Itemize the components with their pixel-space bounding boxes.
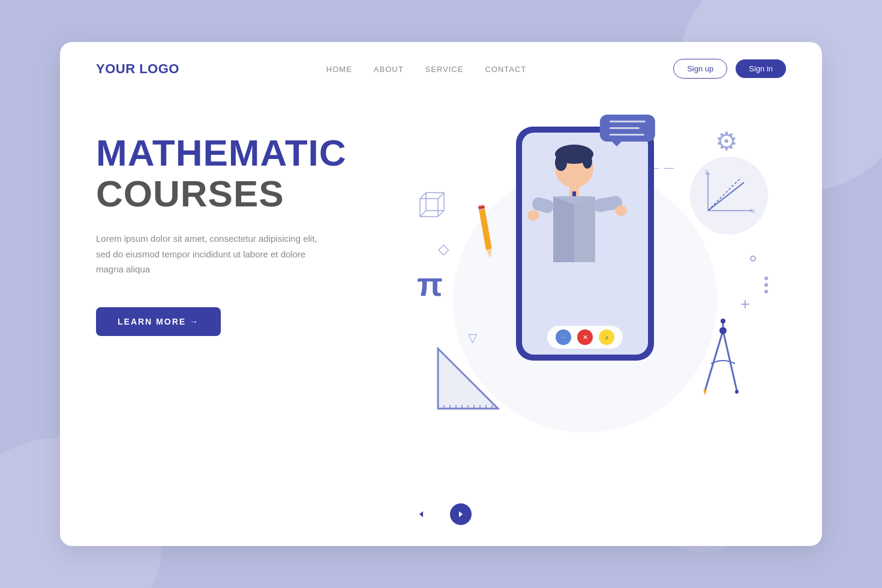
graph-circle: x y — [690, 157, 768, 235]
svg-point-53 — [721, 319, 725, 323]
signup-button[interactable]: Sign up — [673, 59, 727, 79]
svg-text:x: x — [752, 208, 755, 214]
gear-icon: ⚙ — [715, 127, 738, 156]
svg-line-19 — [420, 211, 426, 217]
svg-rect-30 — [572, 191, 576, 196]
hero-title-line2: COURSES — [96, 173, 384, 214]
nav-service[interactable]: SERVICE — [425, 65, 464, 74]
bubble-content — [609, 121, 645, 136]
logo: YOUR LOGO — [96, 61, 179, 77]
dot-2 — [764, 283, 768, 287]
plus-icon: + — [740, 295, 750, 314]
speech-bubble — [599, 115, 655, 142]
ruler-triangle-icon — [432, 343, 504, 457]
main-card: YOUR LOGO HOME ABOUT SERVICE CONTACT Sig… — [60, 42, 822, 546]
nav-actions: Sign up Sign in — [673, 59, 786, 79]
cube-icon — [414, 187, 450, 225]
slider-next-button[interactable] — [450, 503, 472, 525]
svg-marker-56 — [419, 511, 423, 517]
svg-line-6 — [708, 178, 741, 211]
dot-3 — [764, 290, 768, 293]
svg-line-18 — [438, 211, 444, 217]
teacher-svg — [520, 145, 628, 337]
main-content: MATHEMATIC COURSES Lorem ipsum dolor sit… — [60, 91, 822, 535]
signin-button[interactable]: Sign in — [736, 59, 786, 78]
nav-contact[interactable]: CONTACT — [485, 65, 526, 74]
svg-point-27 — [583, 154, 592, 169]
svg-point-37 — [615, 205, 627, 216]
svg-point-55 — [735, 390, 739, 394]
compass-icon — [696, 319, 750, 469]
hero-description: Lorem ipsum dolor sit amet, consectetur … — [96, 231, 324, 277]
prev-arrow-icon — [417, 510, 425, 518]
hero-left: MATHEMATIC COURSES Lorem ipsum dolor sit… — [96, 109, 384, 336]
nav-home[interactable]: HOME — [326, 65, 352, 74]
dots-decoration — [764, 277, 768, 293]
coordinate-graph: x y — [699, 166, 759, 226]
dot-1 — [764, 277, 768, 280]
compass-svg — [696, 319, 750, 397]
svg-point-35 — [527, 210, 539, 221]
svg-marker-57 — [459, 511, 463, 517]
circle-outline-icon — [750, 256, 756, 262]
slider-navigation — [410, 503, 472, 525]
svg-point-26 — [555, 154, 567, 171]
next-arrow-icon — [457, 510, 465, 518]
cube-svg — [414, 187, 450, 223]
svg-text:y: y — [705, 168, 708, 175]
svg-line-16 — [420, 193, 426, 199]
svg-marker-21 — [486, 249, 493, 259]
nav-about[interactable]: ABOUT — [374, 65, 404, 74]
navbar: YOUR LOGO HOME ABOUT SERVICE CONTACT Sig… — [60, 42, 822, 91]
slider-prev-button[interactable] — [410, 503, 432, 525]
learn-more-button[interactable]: LEARN MORE → — [96, 307, 221, 336]
svg-line-17 — [438, 193, 444, 199]
bubble-line-3 — [609, 134, 644, 136]
bubble-line-1 — [609, 121, 645, 122]
svg-marker-33 — [574, 196, 595, 262]
bubble-line-2 — [609, 127, 639, 129]
pi-symbol: π — [417, 265, 443, 304]
svg-line-7 — [708, 182, 744, 211]
ruler-triangle-svg — [432, 343, 504, 415]
nav-links: HOME ABOUT SERVICE CONTACT — [326, 64, 527, 74]
hero-title-line1: MATHEMATIC — [96, 133, 384, 173]
svg-marker-39 — [438, 349, 498, 409]
hero-right: ⚙ — — π ◇ ▽ + — [384, 109, 786, 517]
svg-marker-32 — [553, 196, 574, 262]
diamond-icon: ◇ — [438, 241, 449, 257]
svg-marker-54 — [703, 389, 707, 395]
teacher-figure — [520, 145, 628, 339]
svg-point-51 — [719, 327, 727, 334]
